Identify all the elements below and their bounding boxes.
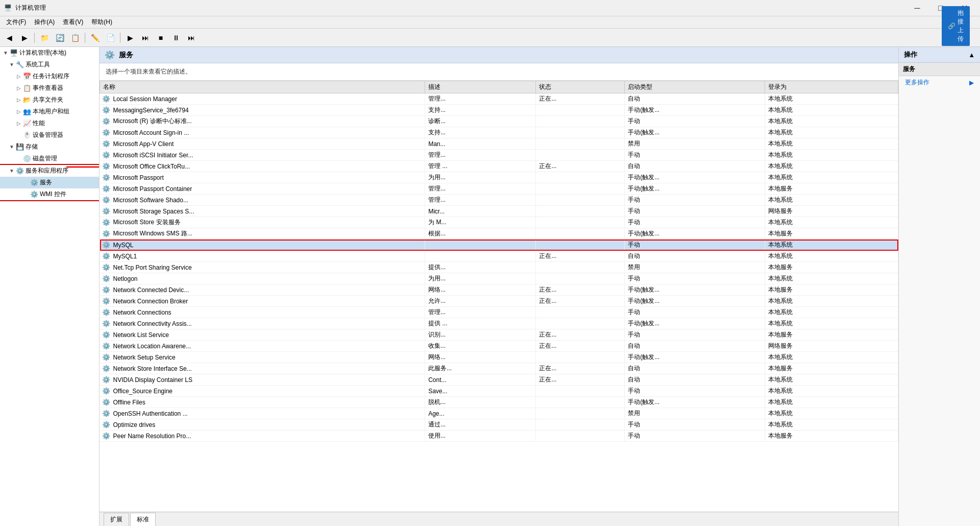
sidebar-item-disk-management[interactable]: 💿 磁盘管理 bbox=[0, 153, 99, 164]
computer-icon: 🖥️ bbox=[10, 49, 18, 57]
view-button[interactable]: 📋 bbox=[68, 31, 82, 45]
table-row[interactable]: ⚙️ Microsoft Account Sign-in ... 支持... 手… bbox=[100, 127, 898, 138]
sidebar-item-device-manager[interactable]: 🖱️ 设备管理器 bbox=[0, 129, 99, 141]
table-row[interactable]: ⚙️ OpenSSH Authentication ... Age... 禁用 … bbox=[100, 408, 898, 419]
table-row[interactable]: ⚙️ Office_Source Engine Save... 手动 本地系统 bbox=[100, 386, 898, 397]
table-row[interactable]: ⚙️ Optimize drives 通过... 手动 本地系统 bbox=[100, 419, 898, 431]
table-row[interactable]: ⚙️ MySQL1 正在... 自动 本地系统 bbox=[100, 251, 898, 262]
table-row[interactable]: ⚙️ Peer Name Resolution Pro... 使用... 手动 … bbox=[100, 431, 898, 442]
edit-button[interactable]: ✏️ bbox=[88, 31, 102, 45]
forward-button[interactable]: ▶ bbox=[17, 31, 32, 45]
minimize-button[interactable]: ─ bbox=[905, 0, 929, 16]
service-desc: 网络... bbox=[425, 352, 536, 363]
service-entry: ⚙️ MessagingService_3fe6794 bbox=[102, 106, 189, 114]
col-status[interactable]: 状态 bbox=[536, 81, 625, 93]
next-button[interactable]: ⏭ bbox=[184, 31, 199, 45]
up-button[interactable]: 📁 bbox=[37, 31, 52, 45]
service-desc: 根据... bbox=[425, 228, 536, 240]
col-startup[interactable]: 启动类型 bbox=[625, 81, 765, 93]
service-desc: 诊断... bbox=[425, 116, 536, 127]
sidebar-item-shared-folders[interactable]: ▷ 📂 共享文件夹 bbox=[0, 94, 99, 106]
service-login: 本地系统 bbox=[765, 138, 898, 150]
col-login[interactable]: 登录为 bbox=[765, 81, 898, 93]
table-row[interactable]: ⚙️ Microsoft Store 安装服务 为 M... 手动 本地系统 bbox=[100, 217, 898, 228]
menu-help[interactable]: 帮助(H) bbox=[87, 17, 116, 28]
table-row[interactable]: ⚙️ Microsoft iSCSI Initiator Ser... 管理..… bbox=[100, 150, 898, 161]
menu-file[interactable]: 文件(F) bbox=[2, 17, 30, 28]
table-row[interactable]: ⚙️ Microsoft Windows SMS 路... 根据... 手动(触… bbox=[100, 228, 898, 240]
table-row[interactable]: ⚙️ Local Session Manager 管理... 正在... 自动 … bbox=[100, 93, 898, 105]
back-button[interactable]: ◀ bbox=[2, 31, 16, 45]
table-row[interactable]: ⚙️ Net.Tcp Port Sharing Service 提供... 禁用… bbox=[100, 262, 898, 273]
menu-view[interactable]: 查看(V) bbox=[59, 17, 87, 28]
service-name: Microsoft App-V Client bbox=[113, 140, 174, 148]
service-login: 本地系统 bbox=[765, 386, 898, 397]
table-row[interactable]: ⚙️ Network Connections 管理... 手动 本地系统 bbox=[100, 307, 898, 318]
col-desc[interactable]: 描述 bbox=[425, 81, 536, 93]
table-row[interactable]: ⚙️ Network Location Awarene... 收集... 正在.… bbox=[100, 341, 898, 352]
sidebar-root[interactable]: ▼ 🖥️ 计算机管理(本地) bbox=[0, 47, 99, 59]
service-gear-icon: ⚙️ bbox=[102, 196, 110, 204]
table-row[interactable]: ⚙️ MessagingService_3fe6794 支持... 手动(触发.… bbox=[100, 105, 898, 116]
service-desc: 收集... bbox=[425, 341, 536, 352]
table-row[interactable]: ⚙️ Microsoft Passport 为用... 手动(触发... 本地系… bbox=[100, 172, 898, 183]
table-row[interactable]: ⚙️ Netlogon 为用... 手动 本地系统 bbox=[100, 273, 898, 284]
table-row[interactable]: ⚙️ Network List Service 识别... 正在... 手动 本… bbox=[100, 329, 898, 341]
table-row[interactable]: ⚙️ Network Connection Broker 允许... 正在...… bbox=[100, 296, 898, 307]
pause-button[interactable]: ⏸ bbox=[169, 31, 183, 45]
services-table[interactable]: 名称 描述 状态 启动类型 登录为 ⚙️ Local Session Manag… bbox=[100, 81, 898, 512]
service-desc: 提供... bbox=[425, 262, 536, 273]
service-gear-icon: ⚙️ bbox=[102, 410, 110, 417]
sidebar-item-wmi[interactable]: ⚙️ WMI 控件 bbox=[0, 188, 99, 200]
service-login: 本地服务 bbox=[765, 262, 898, 273]
table-row[interactable]: ⚙️ MySQL 手动 本地系统 bbox=[100, 240, 898, 251]
sidebar-item-storage[interactable]: ▼ 💾 存储 bbox=[0, 141, 99, 153]
sidebar-item-local-users[interactable]: ▷ 👥 本地用户和组 bbox=[0, 106, 99, 117]
service-login: 网络服务 bbox=[765, 206, 898, 217]
service-name: Network Connected Devic... bbox=[113, 286, 189, 294]
table-row[interactable]: ⚙️ Microsoft App-V Client Man... 禁用 本地系统 bbox=[100, 138, 898, 150]
sidebar-item-event-viewer[interactable]: ▷ 📋 事件查看器 bbox=[0, 82, 99, 94]
table-row[interactable]: ⚙️ Network Connected Devic... 网络... 正在..… bbox=[100, 284, 898, 296]
service-name: Network Connections bbox=[113, 309, 172, 316]
right-panel-more-actions[interactable]: 更多操作 ▶ bbox=[899, 76, 980, 89]
menu-action[interactable]: 操作(A) bbox=[30, 17, 59, 28]
table-row[interactable]: ⚙️ Microsoft Storage Spaces S... Micr...… bbox=[100, 206, 898, 217]
service-name: Network Connectivity Assis... bbox=[113, 320, 192, 327]
upload-button[interactable]: 🔗 抱接上传 bbox=[942, 6, 970, 46]
service-desc: 管理... bbox=[425, 195, 536, 206]
service-startup: 手动(触发... bbox=[625, 127, 765, 138]
table-row[interactable]: ⚙️ Offline Files 脱机... 手动(触发... 本地系统 bbox=[100, 397, 898, 408]
tab-standard[interactable]: 标准 bbox=[130, 513, 156, 526]
refresh-button[interactable]: 🔄 bbox=[53, 31, 67, 45]
main-layout: ▼ 🖥️ 计算机管理(本地) ▼ 🔧 系统工具 ▷ 📅 任务计划程序 ▷ 📋 事… bbox=[0, 47, 980, 526]
tab-expand[interactable]: 扩展 bbox=[104, 513, 129, 526]
sidebar-item-performance[interactable]: ▷ 📈 性能 bbox=[0, 117, 99, 129]
step-button[interactable]: ⏭ bbox=[138, 31, 153, 45]
description-area: 选择一个项目来查看它的描述。 bbox=[100, 63, 898, 81]
table-row[interactable]: ⚙️ NVIDIA Display Container LS Cont... 正… bbox=[100, 374, 898, 386]
service-desc: 管理... bbox=[425, 93, 536, 105]
table-row[interactable]: ⚙️ Microsoft (R) 诊断中心标准... 诊断... 手动 本地系统 bbox=[100, 116, 898, 127]
stop-button[interactable]: ■ bbox=[154, 31, 168, 45]
export-button[interactable]: 📄 bbox=[103, 31, 117, 45]
service-entry: ⚙️ OpenSSH Authentication ... bbox=[102, 410, 188, 417]
expand-wmi-icon bbox=[22, 191, 30, 198]
col-name[interactable]: 名称 bbox=[100, 81, 425, 93]
table-row[interactable]: ⚙️ Microsoft Office ClickToRu... 管理 ... … bbox=[100, 161, 898, 172]
sidebar-item-services[interactable]: ⚙️ 服务 bbox=[0, 177, 99, 188]
table-row[interactable]: ⚙️ Microsoft Software Shado... 管理... 手动 … bbox=[100, 195, 898, 206]
table-row[interactable]: ⚙️ Network Setup Service 网络... 手动(触发... … bbox=[100, 352, 898, 363]
sidebar-item-task-scheduler[interactable]: ▷ 📅 任务计划程序 bbox=[0, 70, 99, 82]
service-startup: 自动 bbox=[625, 363, 765, 374]
play-button[interactable]: ▶ bbox=[123, 31, 137, 45]
table-row[interactable]: ⚙️ Network Store Interface Se... 此服务... … bbox=[100, 363, 898, 374]
table-row[interactable]: ⚙️ Microsoft Passport Container 管理... 手动… bbox=[100, 183, 898, 195]
service-desc: 脱机... bbox=[425, 397, 536, 408]
table-row[interactable]: ⚙️ Network Connectivity Assis... 提供 ... … bbox=[100, 318, 898, 329]
service-gear-icon: ⚙️ bbox=[102, 264, 110, 271]
sidebar-item-system-tools[interactable]: ▼ 🔧 系统工具 bbox=[0, 59, 99, 70]
service-entry: ⚙️ Microsoft Windows SMS 路... bbox=[102, 229, 192, 238]
sidebar-item-services-apps[interactable]: ▼ ⚙️ 服务和应用程序 bbox=[0, 165, 99, 177]
service-name: Microsoft Office ClickToRu... bbox=[113, 163, 190, 170]
